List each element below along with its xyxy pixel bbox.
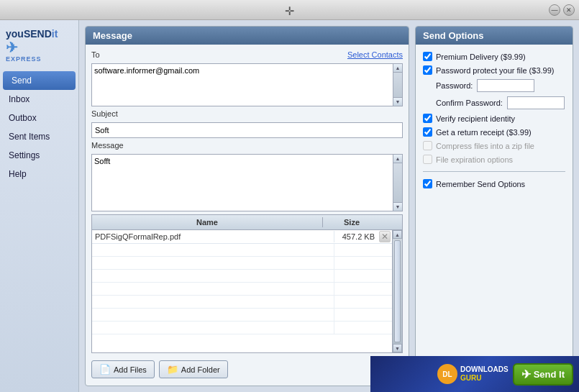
message-panel: Message To Select Contacts software.info… <box>85 26 409 386</box>
file-scroll-down[interactable]: ▼ <box>393 344 402 352</box>
option-row-password: Password protect your file ($3.99) <box>423 65 565 75</box>
sidebar-item-help[interactable]: Help <box>0 165 78 183</box>
sidebar-item-outbox[interactable]: Outbox <box>0 109 78 127</box>
send-options-panel: Send Options Premium Delivery ($9.99) Pa… <box>415 26 573 386</box>
message-label: Message <box>91 141 403 150</box>
message-textarea[interactable]: Sofft <box>91 154 393 211</box>
file-buttons-bar: 📄 Add Files 📁 Add Folder <box>91 356 403 380</box>
empty-row <box>92 270 392 283</box>
to-scrollbar: ▲ ▼ <box>393 63 403 106</box>
password-protect-checkbox[interactable] <box>423 65 432 75</box>
remember-checkbox[interactable] <box>423 179 432 188</box>
verify-label: Verify recipient identity <box>436 114 515 123</box>
file-table: Name Size PDFSigQFormalRep.pdf 457.2 KB … <box>91 214 403 353</box>
option-row-remember: Remember Send Options <box>423 179 565 188</box>
sidebar-item-send[interactable]: Send <box>3 71 76 90</box>
option-row-expiration: File expiration options <box>423 155 565 164</box>
option-row-compress: Compress files into a zip file <box>423 141 565 150</box>
expiration-checkbox[interactable] <box>423 155 432 164</box>
send-options-header: Send Options <box>416 27 573 45</box>
option-row-verify: Verify recipient identity <box>423 114 565 123</box>
file-table-scrollbar: ▲ ▼ <box>392 230 402 352</box>
password-protect-label: Password protect your file ($3.99) <box>436 66 554 75</box>
compress-label: Compress files into a zip file <box>436 142 534 150</box>
message-scrollbar: ▲ ▼ <box>393 154 403 211</box>
message-scrollbar-up[interactable]: ▲ <box>393 155 402 163</box>
svg-text:DL: DL <box>442 370 452 378</box>
logo-express: EXPRESS <box>6 55 73 63</box>
message-panel-header: Message <box>86 27 409 45</box>
select-contacts-link[interactable]: Select Contacts <box>347 50 403 59</box>
message-field-wrapper: Sofft ▲ ▼ <box>91 154 403 211</box>
confirm-password-input[interactable] <box>507 96 565 109</box>
to-field-wrapper: software.informer@gmail.com ▲ ▼ <box>91 63 403 106</box>
downloads-text: DOWNLOADS <box>460 365 509 374</box>
compress-checkbox[interactable] <box>423 141 432 150</box>
premium-label: Premium Delivery ($9.99) <box>436 53 526 61</box>
move-icon: ✛ <box>285 4 294 18</box>
file-col-name-header: Name <box>92 217 323 227</box>
expiration-label: File expiration options <box>436 155 513 164</box>
scrollbar-track <box>393 73 402 97</box>
sidebar: youSENDit ✈ EXPRESS Send Inbox Outbox Se… <box>0 20 79 392</box>
password-label: Password: <box>436 81 473 90</box>
minimize-button[interactable]: — <box>549 4 560 16</box>
file-row: PDFSigQFormalRep.pdf 457.2 KB ✕ <box>92 230 392 244</box>
add-files-icon: 📄 <box>99 364 111 375</box>
file-size-cell: 457.2 KB <box>334 231 378 242</box>
scrollbar-up-arrow[interactable]: ▲ <box>393 64 402 73</box>
option-row-receipt: Get a return receipt ($3.99) <box>423 127 565 137</box>
verify-checkbox[interactable] <box>423 114 432 123</box>
to-textarea[interactable]: software.informer@gmail.com <box>91 63 393 106</box>
password-input[interactable] <box>477 79 534 92</box>
empty-row <box>92 257 392 270</box>
add-folder-icon: 📁 <box>167 364 178 375</box>
scrollbar-down-arrow[interactable]: ▼ <box>393 97 402 106</box>
option-row-premium: Premium Delivery ($9.99) <box>423 52 565 61</box>
password-field-row: Password: <box>423 79 565 92</box>
guru-text: GURU <box>460 374 509 383</box>
premium-checkbox[interactable] <box>423 52 432 61</box>
empty-row <box>92 309 392 322</box>
empty-row <box>92 296 392 309</box>
confirm-password-row: Confirm Password: <box>423 96 565 109</box>
titlebar: ✛ — ✕ <box>0 0 579 20</box>
message-scrollbar-track <box>393 163 402 202</box>
confirm-password-label: Confirm Password: <box>436 99 503 107</box>
send-it-button[interactable]: ✈ Send It <box>513 363 573 386</box>
empty-row <box>92 244 392 257</box>
subject-label: Subject <box>91 109 403 118</box>
receipt-checkbox[interactable] <box>423 127 432 137</box>
file-scroll-thumb[interactable] <box>394 240 401 342</box>
message-scrollbar-down[interactable]: ▼ <box>393 202 402 211</box>
sidebar-item-sent-items[interactable]: Sent Items <box>0 127 78 146</box>
receipt-label: Get a return receipt ($3.99) <box>436 128 532 137</box>
send-it-plane-icon: ✈ <box>521 368 531 381</box>
file-name-cell: PDFSigQFormalRep.pdf <box>92 231 334 242</box>
remember-label: Remember Send Options <box>436 180 525 188</box>
empty-row <box>92 283 392 296</box>
subject-input[interactable] <box>91 122 403 138</box>
send-it-label: Send It <box>534 369 565 380</box>
logo-area: youSENDit ✈ EXPRESS <box>0 26 78 71</box>
bottom-bar: DL DOWNLOADS GURU ✈ Send It <box>370 356 579 392</box>
sidebar-item-settings[interactable]: Settings <box>0 146 78 165</box>
options-divider <box>423 171 565 172</box>
close-button[interactable]: ✕ <box>563 4 575 16</box>
add-files-button[interactable]: 📄 Add Files <box>91 360 155 378</box>
sidebar-item-inbox[interactable]: Inbox <box>0 90 78 109</box>
add-folder-button[interactable]: 📁 Add Folder <box>159 360 228 378</box>
file-scroll-up[interactable]: ▲ <box>393 230 402 239</box>
logo-top: youSENDit ✈ <box>6 29 73 55</box>
to-field-label: To Select Contacts <box>91 50 403 59</box>
downloads-guru-logo: DL <box>436 363 459 386</box>
file-remove-button[interactable]: ✕ <box>379 231 391 242</box>
file-table-header: Name Size <box>92 215 402 230</box>
file-col-size-header: Size <box>323 217 380 227</box>
empty-row <box>92 322 392 334</box>
